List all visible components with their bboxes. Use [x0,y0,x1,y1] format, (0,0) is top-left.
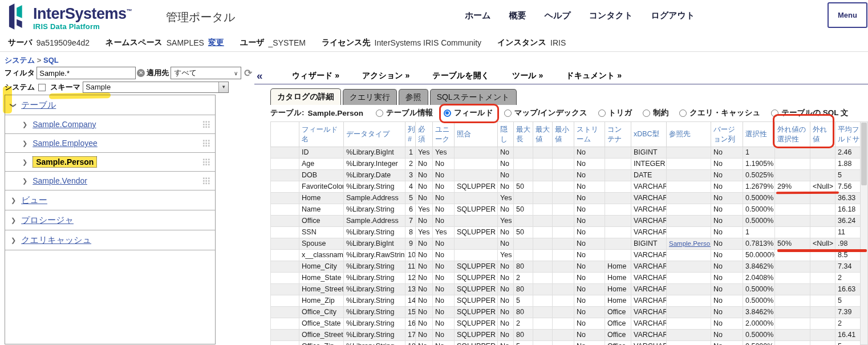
grid-header-6[interactable]: 隠し [498,122,514,147]
tree-group-0[interactable]: ❯テーブル [5,95,215,115]
cell-最大値 [533,273,553,284]
vertical-scrollbar[interactable] [860,121,868,345]
drag-handle-icon[interactable] [202,140,210,147]
grid-header-4[interactable]: ユニーク [433,122,455,147]
tab-2[interactable]: 参照 [399,89,428,105]
drag-handle-icon[interactable] [202,159,210,166]
chevron-collapsed-icon[interactable]: ❯ [22,140,27,147]
cell-必須: No [416,284,433,295]
tree-item-link[interactable]: Sample.Employee [33,139,98,148]
grid-header-3[interactable]: 必須 [416,122,433,147]
cell-xDBC型: VARCHAR [631,273,667,284]
cell-最大長 [514,147,533,159]
system-checkbox[interactable] [38,84,46,91]
clear-filter-icon[interactable]: ✕ [137,69,145,77]
tree-item-Sample.Employee[interactable]: ❯Sample.Employee [5,134,215,153]
breadcrumb-system-link[interactable]: システム [5,56,35,64]
tree-group-link[interactable]: クエリキャッシュ [21,235,91,246]
tree-item-Sample.Company[interactable]: ❯Sample.Company [5,115,215,134]
nav-link-1[interactable]: 概要 [509,10,526,21]
breadcrumb-sql-link[interactable]: SQL [43,56,59,64]
grid-header-2[interactable]: 列 # [405,122,416,147]
radio-icon[interactable] [376,109,383,117]
grid-header-1[interactable]: データタイプ [344,122,405,147]
tree-group-link[interactable]: ビュー [21,195,47,206]
grid-header-16[interactable]: 外れ値の選択性 [775,122,810,147]
grid-header-7[interactable]: 最大長 [514,122,533,147]
tab-1[interactable]: クエリ実行 [343,89,397,105]
view-radio-6[interactable]: テーブルの SQL 文 [771,108,848,118]
view-radio-4[interactable]: 制約 [643,108,668,118]
grid-header-17[interactable]: 外れ値 [810,122,835,147]
nav-link-3[interactable]: コンタクト [589,10,633,21]
cell-最大値 [533,170,553,181]
chevron-collapsed-icon[interactable]: ❯ [22,159,27,166]
chevron-collapsed-icon[interactable]: ❯ [11,197,16,204]
view-radio-5[interactable]: クエリ・キャッシュ [679,108,760,118]
grid-header-8[interactable]: 最大値 [533,122,553,147]
collapse-sidebar-icon[interactable]: « [257,70,263,82]
tree-group-2[interactable]: ❯プロシージャ [5,210,215,230]
chevron-collapsed-icon[interactable]: ❯ [11,217,16,224]
tree-group-3[interactable]: ❯クエリキャッシュ [5,230,215,250]
combo-dropdown-icon[interactable]: ▼ [218,82,228,92]
radio-icon[interactable] [679,109,687,117]
radio-icon[interactable] [504,109,512,117]
cell-blank [271,341,299,345]
view-radio-3[interactable]: トリガ [598,108,632,118]
radio-icon[interactable] [444,109,451,117]
tree-item-link[interactable]: Sample.Company [33,120,96,129]
view-radio-0[interactable]: テーブル情報 [376,108,433,118]
drag-handle-icon[interactable] [202,177,210,185]
grid-header-10[interactable]: ストリーム [574,122,605,147]
toolbar-item-3[interactable]: ツール » [512,71,543,81]
view-radio-1[interactable]: フィールド [444,108,493,118]
server-info-value: IRIS [550,38,566,47]
apply-to-select[interactable]: すべて ∨ [171,67,241,79]
grid-header-0[interactable]: フィールド名 [299,122,344,147]
nav-link-2[interactable]: ヘルプ [545,10,571,21]
grid-header-15[interactable]: 選択性 [743,122,775,147]
toolbar-item-0[interactable]: ウィザード » [292,71,339,81]
schema-combo[interactable]: Sample ▼ [83,82,229,93]
tree-item-Sample.Person[interactable]: ❯Sample.Person [5,153,215,172]
tree-item-Sample.Vendor[interactable]: ❯Sample.Vendor [5,172,215,190]
tab-3[interactable]: SQLステートメント [430,89,517,105]
tab-0[interactable]: カタログの詳細 [270,88,341,105]
chevron-collapsed-icon[interactable]: ❯ [22,177,27,185]
radio-icon[interactable] [771,109,778,117]
reference-link[interactable]: Sample.Person [669,240,711,247]
tree-group-1[interactable]: ❯ビュー [5,190,215,210]
toolbar-item-1[interactable]: アクション » [362,71,409,81]
grid-header-11[interactable]: コンテナ [605,122,631,147]
toolbar-item-4[interactable]: ドキュメント » [566,71,622,81]
toolbar-item-2[interactable]: テーブルを開く [432,71,489,81]
server-info-value: _SYSTEM [269,38,306,47]
table-row-Office_Zip: Office_Zip%Library.String18NoNoSQLUPPERN… [271,341,868,345]
view-radio-2[interactable]: マップ/インデックス [504,108,587,118]
grid-header-14[interactable]: バージョン列 [711,122,743,147]
chevron-collapsed-icon[interactable]: ❯ [11,237,16,244]
radio-icon[interactable] [643,109,650,117]
drag-handle-icon[interactable] [202,121,210,128]
nav-link-0[interactable]: ホーム [465,10,491,21]
radio-icon[interactable] [598,109,606,117]
grid-header-5[interactable]: 照合 [455,122,498,147]
cell-blank [271,193,299,204]
refresh-icon[interactable]: ⟳ [244,67,252,79]
grid-header-9[interactable]: 最小値 [553,122,574,147]
scrollbar-thumb[interactable] [861,123,867,185]
tree-group-link[interactable]: テーブル [21,100,56,111]
nav-link-4[interactable]: ログアウト [651,10,695,21]
chevron-expanded-icon[interactable]: ❯ [10,102,17,107]
namespace-change-link[interactable]: 変更 [208,38,224,48]
filter-input[interactable] [36,67,136,79]
chevron-collapsed-icon[interactable]: ❯ [22,121,27,128]
tree-item-link[interactable]: Sample.Vendor [33,176,87,185]
menu-button[interactable]: Menu [828,2,867,28]
tree-group-link[interactable]: プロシージャ [21,215,74,226]
grid-header-13[interactable]: 参照先 [667,122,711,147]
tree-item-selected-label[interactable]: Sample.Person [33,156,97,168]
grid-header-12[interactable]: xDBC型 [631,122,667,147]
cell-ユニーク: No [433,193,455,204]
